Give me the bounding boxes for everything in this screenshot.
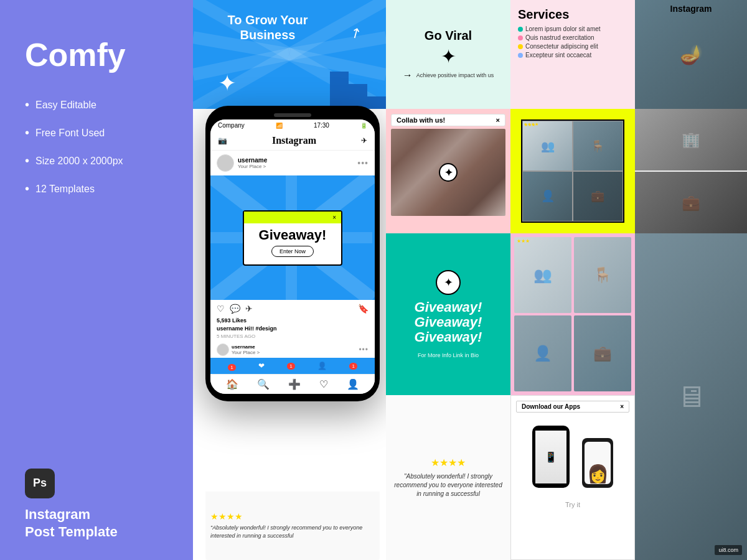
post-header: username Your Place > ••• [210, 151, 375, 175]
right-panel: To Grow Your Business ✦ ↗ Company 📶 17:3 [193, 0, 747, 560]
collab-titlebar: Collab with us! × [391, 114, 505, 126]
download-titlebar: Download our Apps × [516, 401, 629, 413]
svg-rect-8 [367, 96, 386, 109]
feature-size: Size 2000 x 2000px [25, 154, 168, 168]
service-dot-2 [518, 35, 523, 40]
services-title: Services [518, 7, 627, 22]
teal-star-icon: ✦ [436, 270, 461, 295]
service-dot-4 [518, 53, 523, 58]
download-phone-area: 📱 👩 [516, 416, 629, 497]
phone-column: To Grow Your Business ✦ ↗ Company 📶 17:3 [193, 0, 386, 560]
commenter-avatar [217, 343, 229, 356]
person-notif-icon: 👤 [317, 362, 327, 370]
go-viral-star: ✦ [441, 45, 456, 67]
devices-column: 🪔 🏢 💼 Instagram ui8.com 🖥 [635, 0, 747, 560]
brand-title: Comfy [25, 37, 168, 73]
service-item-3: Consectetur adipiscing elit [518, 43, 627, 50]
heart-nav-icon[interactable]: ♡ [319, 378, 328, 390]
giveaway-titlebar: × [244, 212, 341, 223]
feature-free-font: Free Font Used [25, 126, 168, 140]
devices-large-icon: 🖥 [676, 380, 706, 414]
giveaway-text: Giveaway! [256, 228, 329, 242]
comment-row: username Your Place > ••• [210, 342, 375, 358]
feature-templates: 12 Templates [25, 182, 168, 196]
pink-grid-cell-1: 👥 ★★★ [514, 237, 571, 313]
comment-icon[interactable]: 💬 [230, 304, 240, 314]
review-stars: ★★★★ [431, 457, 466, 469]
service-dot-3 [518, 44, 523, 49]
instagram-logo: Instagram [272, 135, 316, 146]
yellow-border-frame: 👥 ★★★ 🪑 👤 ★★★★ 💼 [521, 119, 624, 223]
devices-photo-1: 🏢 [635, 109, 747, 170]
bookmark-icon[interactable]: 🔖 [358, 304, 369, 314]
giveaway-popup: × Giveaway! Enter Now [243, 210, 342, 266]
like-icon[interactable]: ♡ [217, 304, 225, 314]
features-list: Easy Editable Free Font Used Size 2000 x… [25, 98, 168, 196]
review-stars-partial: ★★★★ [210, 511, 375, 521]
avatar [217, 154, 234, 172]
camera-icon: 📷 [218, 136, 227, 145]
stars-cell-3: ★★★★ [524, 122, 538, 127]
product-label: Instagram Post Template [25, 506, 168, 541]
mini-phone-screen: 📱 [535, 431, 566, 483]
stairs-decoration [330, 59, 386, 109]
service-dot-1 [518, 27, 523, 32]
instagram-header: 📷 Instagram ✈ [210, 131, 375, 151]
watermark-text: ui8.com [718, 547, 738, 553]
home-nav-icon[interactable]: 🏠 [226, 378, 238, 390]
card-pink-grid: 👥 ★★★ 🪑 👤 💼 [510, 233, 635, 395]
giveaway-post-image: × Giveaway! Enter Now [210, 175, 375, 300]
send-icon: ✈ [361, 136, 367, 145]
notif-badge-2: 1 [287, 363, 294, 370]
download-close-icon: × [620, 403, 624, 410]
plus-circle-icon: ✦ [439, 163, 458, 182]
go-viral-title: Go Viral [425, 29, 472, 43]
person-illustration: 👩 [587, 464, 609, 484]
search-nav-icon[interactable]: 🔍 [257, 378, 270, 390]
pink-stars-1: ★★★ [517, 238, 530, 244]
comment-more-icon[interactable]: ••• [359, 345, 369, 354]
app-screen-content: 📱 [535, 431, 566, 483]
collab-close-icon: × [496, 116, 500, 124]
office-icon-2: 💼 [682, 194, 700, 212]
card-teal-giveaway: ✦ Giveaway!Giveaway!Giveaway! For More I… [386, 233, 510, 395]
teal-link-text: For More Info Link in Bio [418, 352, 479, 358]
grow-business-title: To Grow Your Business [212, 12, 324, 42]
try-label: Try it [516, 501, 629, 508]
phone-notch [274, 113, 311, 117]
bottom-partial-card: ★★★★ "Absolutely wonderful! I strongly r… [205, 492, 380, 560]
teal-giveaway-text: Giveaway!Giveaway!Giveaway! [415, 300, 482, 345]
person-figure: 👩 [582, 438, 613, 488]
photo-cell-1: 👥 ★★★ [522, 121, 573, 171]
card-download-apps: Download our Apps × 📱 [510, 395, 635, 560]
more-options-icon[interactable]: ••• [357, 158, 369, 168]
photo-cell-4: 💼 [573, 171, 623, 222]
template-grid: Go Viral ✦ → Achieve positive impact wit… [386, 0, 635, 560]
card-collab: Collab with us! × ✦ [386, 109, 510, 233]
review-text: "Absolutely wonderful! I strongly recomm… [392, 472, 504, 498]
viral-arrow-row: → Achieve positive impact with us [403, 70, 494, 81]
svg-rect-10 [330, 72, 349, 109]
share-icon[interactable]: ✈ [245, 304, 253, 314]
left-panel: Comfy Easy Editable Free Font Used Size … [0, 0, 193, 560]
viral-subtitle: Achieve positive impact with us [416, 72, 494, 78]
location-text: Your Place > [238, 164, 267, 169]
notification-count-1: 1 [228, 360, 235, 371]
office-icon-1: 🏢 [682, 131, 700, 149]
enter-now-button[interactable]: Enter Now [271, 246, 314, 257]
watermark: ui8.com [715, 545, 742, 555]
profile-nav-icon[interactable]: 👤 [347, 378, 359, 390]
heart-notif-icon: ❤ [258, 362, 265, 370]
pink-grid-cell-2: 🪑 [574, 237, 631, 313]
commenter-place: Your Place > [232, 350, 260, 355]
photo-grid: 👥 ★★★ 🪑 👤 ★★★★ 💼 [522, 121, 623, 222]
action-icons: ♡ 💬 ✈ [217, 304, 253, 314]
add-nav-icon[interactable]: ➕ [288, 378, 301, 390]
phone-status-bar: Company 📶 17:30 🔋 [210, 119, 375, 131]
grid-col-2: Services Lorem ipsum dolor sit amet Quis… [510, 0, 635, 560]
post-actions: ♡ 💬 ✈ 🔖 [210, 300, 375, 317]
status-time: 17:30 [314, 122, 329, 129]
commenter-username: username [232, 344, 260, 350]
phone-mockup: Company 📶 17:30 🔋 📷 Instagram ✈ [205, 106, 380, 401]
photo-cell-2: 🪑 [573, 121, 623, 171]
